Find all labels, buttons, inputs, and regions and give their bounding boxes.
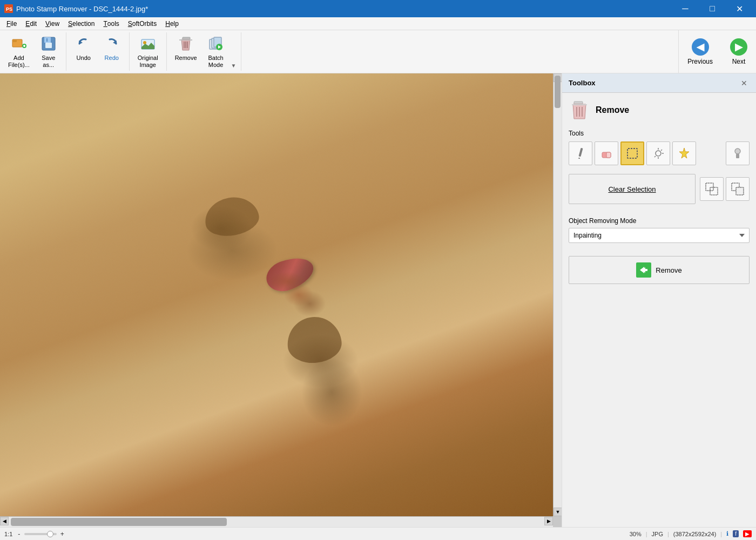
add-files-icon: [10, 35, 28, 52]
scroll-thumb-x[interactable]: [11, 518, 227, 526]
selection-area: Clear Selection: [569, 174, 750, 204]
status-dimensions: (3872x2592x24): [673, 531, 717, 537]
app-title: Photo Stamp Remover - DSC_1444-2.jpg*: [16, 5, 148, 13]
add-files-label: AddFile(s)...: [8, 55, 30, 69]
pencil-tool-button[interactable]: [569, 141, 592, 165]
svg-rect-3: [12, 39, 17, 42]
svg-rect-9: [45, 43, 52, 48]
close-button[interactable]: ✕: [727, 0, 752, 17]
scroll-right-arrow[interactable]: ▶: [544, 517, 553, 525]
remove-button-icon: [636, 262, 651, 278]
svg-rect-34: [627, 148, 637, 158]
smart-select-tool-button[interactable]: [672, 141, 696, 165]
zoom-in-button[interactable]: +: [58, 530, 66, 538]
status-info-icon[interactable]: ℹ: [726, 530, 728, 537]
redo-icon: [103, 35, 120, 52]
eraser-tool-button[interactable]: [595, 141, 618, 165]
redo-button[interactable]: Redo: [99, 32, 125, 64]
scroll-down-arrow[interactable]: ▼: [554, 508, 562, 516]
zoom-slider[interactable]: [24, 533, 57, 535]
sel-icon-add-button[interactable]: [700, 177, 724, 201]
horizontal-scrollbar[interactable]: ◀ ▶: [0, 516, 553, 527]
toolbar-nav: ◀ Previous ▶ Next: [678, 30, 756, 73]
toolbox-header: Toolbox ✕: [562, 73, 756, 93]
status-sep2: |: [667, 531, 669, 537]
toolbox-panel: Toolbox ✕ Remove Tools: [562, 73, 756, 527]
svg-point-35: [656, 151, 661, 156]
svg-rect-43: [736, 154, 739, 158]
svg-rect-44: [706, 183, 713, 191]
zoom-out-button[interactable]: -: [15, 530, 23, 538]
zoom-controls: - +: [15, 530, 66, 538]
remove-title: Remove: [596, 105, 629, 115]
toolbar-edit-group: Undo Redo: [71, 32, 130, 71]
tools-section-label: Tools: [569, 130, 750, 137]
magic-wand-tool-button[interactable]: [646, 141, 670, 165]
original-image-button[interactable]: OriginalImage: [134, 32, 162, 71]
svg-point-14: [143, 41, 146, 44]
toolbar-remove-group: Remove BatchMode ▼: [171, 32, 241, 71]
toolbox-content: Remove Tools: [562, 93, 756, 527]
selection-icons: [700, 177, 750, 201]
status-sep1: |: [646, 531, 647, 537]
menu-edit[interactable]: Edit: [21, 17, 41, 30]
svg-rect-45: [710, 187, 718, 195]
svg-rect-19: [179, 39, 192, 40]
mode-select[interactable]: Inpainting Smart Fill Clone: [569, 228, 750, 243]
app-icon: PS: [4, 4, 13, 13]
svg-line-40: [654, 156, 656, 157]
main-area: ▲ ▼ ◀ ▶ Toolbox ✕: [0, 73, 756, 527]
canvas-area[interactable]: ▲ ▼ ◀ ▶: [0, 73, 562, 527]
canvas-image: [0, 73, 553, 516]
sel-icon-subtract-button[interactable]: [726, 177, 750, 201]
save-as-icon: [40, 35, 57, 52]
toolbar: AddFile(s)... Saveas... Undo: [0, 30, 756, 73]
menu-file[interactable]: File: [2, 17, 21, 30]
status-zoom: 1:1 - +: [4, 530, 66, 538]
svg-rect-25: [574, 102, 583, 104]
remove-toolbar-button[interactable]: Remove: [171, 32, 201, 64]
toolbar-expand-arrow[interactable]: ▼: [231, 63, 237, 71]
svg-rect-29: [572, 104, 587, 105]
title-bar-controls: ─ □ ✕: [673, 0, 752, 17]
menu-softorbits[interactable]: SoftOrbits: [124, 17, 161, 30]
menu-help[interactable]: Help: [161, 17, 183, 30]
toolbox-close-button[interactable]: ✕: [739, 78, 750, 89]
menu-view[interactable]: View: [41, 17, 64, 30]
batch-mode-icon: [207, 35, 225, 52]
status-format: JPG: [652, 531, 663, 537]
menu-selection[interactable]: Selection: [64, 17, 99, 30]
vertical-scrollbar[interactable]: ▲ ▼: [553, 73, 562, 516]
previous-button[interactable]: ◀ Previous: [679, 30, 721, 73]
save-as-button[interactable]: Saveas...: [36, 32, 62, 71]
scroll-thumb-y[interactable]: [555, 76, 561, 108]
add-files-button[interactable]: AddFile(s)...: [4, 32, 33, 71]
svg-marker-31: [578, 157, 580, 159]
svg-rect-10: [46, 38, 48, 42]
status-social2[interactable]: ▶: [743, 530, 752, 537]
remove-button[interactable]: Remove: [569, 256, 750, 284]
rect-select-tool-button[interactable]: [620, 141, 644, 165]
menu-tools[interactable]: Tools: [99, 17, 123, 30]
batch-mode-label: BatchMode: [208, 55, 224, 69]
status-social1[interactable]: f: [733, 530, 739, 537]
zoom-thumb[interactable]: [47, 531, 53, 537]
batch-mode-button[interactable]: BatchMode: [203, 32, 229, 71]
zoom-ratio: 1:1: [4, 531, 12, 537]
maximize-button[interactable]: □: [700, 0, 725, 17]
undo-button[interactable]: Undo: [71, 32, 97, 64]
next-button[interactable]: ▶ Next: [721, 30, 756, 73]
toolbar-file-group: AddFile(s)... Saveas...: [4, 32, 66, 71]
scroll-left-arrow[interactable]: ◀: [0, 517, 9, 525]
status-sep3: |: [720, 531, 722, 537]
toolbox-title: Toolbox: [569, 79, 596, 87]
svg-text:PS: PS: [6, 6, 12, 12]
remove-toolbar-label: Remove: [175, 55, 197, 62]
title-bar: PS Photo Stamp Remover - DSC_1444-2.jpg*…: [0, 0, 756, 17]
clone-stamp-tool-button[interactable]: [726, 141, 750, 165]
original-image-label: OriginalImage: [138, 55, 158, 69]
minimize-button[interactable]: ─: [673, 0, 698, 17]
clear-selection-button[interactable]: Clear Selection: [569, 174, 696, 204]
mode-section-label: Object Removing Mode: [569, 217, 750, 225]
svg-rect-15: [183, 37, 190, 39]
